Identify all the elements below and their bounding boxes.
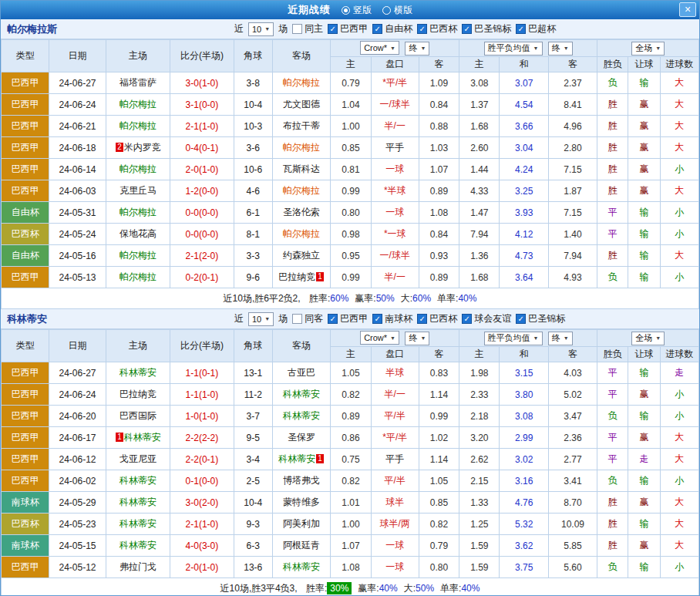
summary-stat-label: 大: bbox=[401, 293, 412, 304]
avg-home-cell: 1.59 bbox=[459, 535, 500, 557]
scope-select[interactable]: 全场▼ bbox=[631, 42, 665, 56]
avg-away-cell: 1.87 bbox=[548, 180, 597, 202]
home-odds-cell: 0.85 bbox=[331, 137, 371, 159]
league-filter-checkbox[interactable]: ✓巴西甲 bbox=[328, 22, 368, 35]
radio-horizontal-label: 横版 bbox=[394, 4, 412, 17]
avg-away-cell: 2.36 bbox=[548, 427, 597, 449]
same-venue-checkbox[interactable]: 同主 bbox=[292, 22, 323, 35]
rank-badge: 2 bbox=[116, 143, 123, 152]
avg-away-cell: 5.60 bbox=[548, 557, 597, 578]
handicap-cell: 平/半 bbox=[371, 406, 419, 427]
avg-odds-select[interactable]: 胜平负均值▼ bbox=[484, 332, 543, 345]
let-result-cell: 输 bbox=[628, 470, 660, 492]
league-cell: 巴西甲 bbox=[2, 72, 49, 94]
goals-result-cell: 大 bbox=[660, 116, 698, 137]
team-name-heading: 帕尔梅拉斯 bbox=[7, 22, 234, 36]
avg-draw-cell: 3.93 bbox=[500, 202, 548, 224]
home-odds-cell: 1.07 bbox=[331, 535, 371, 557]
corners-cell: 9-3 bbox=[234, 514, 272, 535]
section-filterbar-palmeiras: 帕尔梅拉斯 近 10 ▼ 场 同主 ✓巴西甲✓自由杯✓巴西杯✓巴圣锦标✓巴超杯 bbox=[1, 19, 699, 39]
handicap-cell: 一/球半 bbox=[371, 94, 419, 116]
chevron-down-icon: ▼ bbox=[264, 26, 270, 32]
rank-badge: 1 bbox=[316, 454, 324, 463]
corners-cell: 11-2 bbox=[234, 384, 272, 406]
league-filter-checkbox[interactable]: ✓巴西甲 bbox=[328, 312, 368, 325]
date-cell: 24-06-27 bbox=[49, 72, 106, 94]
scope-select[interactable]: 全场▼ bbox=[631, 332, 665, 345]
corners-cell: 9-5 bbox=[234, 427, 272, 449]
col-header-home: 主场 bbox=[106, 330, 170, 362]
final-odds-select[interactable]: 终▼ bbox=[548, 42, 573, 56]
score-cell: 3-0(1-0) bbox=[170, 72, 234, 94]
handicap-cell: 半/一 bbox=[371, 384, 419, 406]
col-header-handicap: 盘口 bbox=[371, 57, 419, 72]
final-odds-select[interactable]: 终▼ bbox=[548, 332, 573, 345]
league-filter-checkbox[interactable]: ✓南球杯 bbox=[372, 312, 412, 325]
avg-draw-cell: 4.73 bbox=[500, 245, 548, 267]
final-line-select[interactable]: 终▼ bbox=[405, 42, 429, 56]
score-cell: 2-1(1-0) bbox=[170, 116, 234, 137]
bookmaker-select[interactable]: Crow*▼ bbox=[360, 331, 399, 345]
away-odds-cell: 0.85 bbox=[419, 492, 459, 514]
chevron-down-icon: ▼ bbox=[390, 335, 395, 341]
col-header-odds-home: 主 bbox=[331, 347, 371, 362]
bookmaker-select[interactable]: Crow*▼ bbox=[360, 41, 399, 55]
final-line-select[interactable]: 终▼ bbox=[405, 332, 429, 345]
handicap-cell: 球半 bbox=[371, 492, 419, 514]
close-button[interactable]: × bbox=[679, 2, 696, 17]
avg-home-cell: 2.62 bbox=[459, 449, 500, 470]
recent-count-select[interactable]: 10 ▼ bbox=[248, 312, 274, 326]
corners-cell: 13-6 bbox=[234, 557, 272, 578]
checkbox-checked-icon: ✓ bbox=[328, 24, 338, 34]
corners-cell: 10-3 bbox=[234, 116, 272, 137]
avg-odds-select[interactable]: 胜平负均值▼ bbox=[484, 42, 543, 56]
league-filter-group: ✓巴西甲✓南球杯✓巴西杯✓球会友谊✓巴圣锦标 bbox=[328, 312, 565, 325]
league-filter-checkbox[interactable]: ✓巴圣锦标 bbox=[516, 312, 565, 325]
match-row: 巴西甲24-06-171科林蒂安2-2(2-2)9-5圣保罗0.86*平/半1.… bbox=[2, 427, 699, 449]
summary-stat-label: 单率: bbox=[437, 293, 458, 304]
league-filter-checkbox[interactable]: ✓巴西杯 bbox=[417, 312, 457, 325]
avg-draw-cell: 3.07 bbox=[500, 72, 548, 94]
league-cell: 巴西甲 bbox=[2, 449, 49, 470]
league-cell: 巴西甲 bbox=[2, 470, 49, 492]
summary-stat-label: 胜率: bbox=[309, 293, 330, 304]
summary-stat: 胜率:60% bbox=[309, 293, 348, 304]
avg-away-cell: 4.93 bbox=[548, 267, 597, 288]
same-venue-checkbox[interactable]: 同客 bbox=[292, 312, 323, 325]
away-team-cell: 帕尔梅拉 bbox=[272, 137, 330, 159]
date-cell: 24-05-12 bbox=[49, 557, 106, 578]
radio-vertical-layout[interactable]: 竖版 bbox=[342, 4, 372, 17]
recent-count-select[interactable]: 10 ▼ bbox=[248, 22, 274, 36]
radio-horizontal-layout[interactable]: 横版 bbox=[382, 4, 412, 17]
games-label: 场 bbox=[278, 312, 288, 325]
avg-home-cell: 1.36 bbox=[459, 245, 500, 267]
handicap-cell: 半/一 bbox=[371, 116, 419, 137]
team-name: 圣洛伦索 bbox=[283, 207, 320, 217]
result-cell: 平 bbox=[597, 202, 628, 224]
league-filter-checkbox[interactable]: ✓巴圣锦标 bbox=[462, 22, 511, 35]
result-cell: 胜 bbox=[597, 245, 628, 267]
handicap-cell: *一球 bbox=[371, 224, 419, 245]
summary-prefix: 近10场,胜6平2负2, bbox=[224, 293, 303, 304]
let-result-cell: 走 bbox=[628, 449, 660, 470]
league-filter-checkbox[interactable]: ✓球会友谊 bbox=[462, 312, 511, 325]
goals-result-cell: 小 bbox=[660, 267, 698, 288]
matches-table-corinthians: 类型 日期 主场 比分(半场) 角球 客场 Crow*▼ 终▼ 胜平负均值▼ 终… bbox=[1, 329, 699, 596]
avg-away-cell: 7.15 bbox=[548, 159, 597, 180]
corners-cell: 10-6 bbox=[234, 159, 272, 180]
league-cell: 巴西甲 bbox=[2, 557, 49, 578]
avg-draw-cell: 5.32 bbox=[500, 514, 548, 535]
match-row: 巴西甲24-06-14帕尔梅拉2-0(1-0)10-6瓦斯科达0.81一球1.0… bbox=[2, 159, 699, 180]
home-team-cell: 帕尔梅拉 bbox=[106, 159, 170, 180]
league-filter-checkbox[interactable]: ✓巴超杯 bbox=[516, 22, 556, 35]
result-cell: 胜 bbox=[597, 535, 628, 557]
league-filter-checkbox[interactable]: ✓巴西杯 bbox=[417, 22, 457, 35]
league-filter-checkbox[interactable]: ✓自由杯 bbox=[372, 22, 412, 35]
avg-home-cell: 1.25 bbox=[459, 514, 500, 535]
avg-away-cell: 7.94 bbox=[548, 245, 597, 267]
date-cell: 24-05-24 bbox=[49, 224, 106, 245]
team-name: 帕尔梅拉 bbox=[119, 271, 156, 282]
corners-cell: 4-6 bbox=[234, 180, 272, 202]
result-cell: 负 bbox=[597, 557, 628, 578]
league-filter-label: 球会友谊 bbox=[474, 312, 511, 325]
